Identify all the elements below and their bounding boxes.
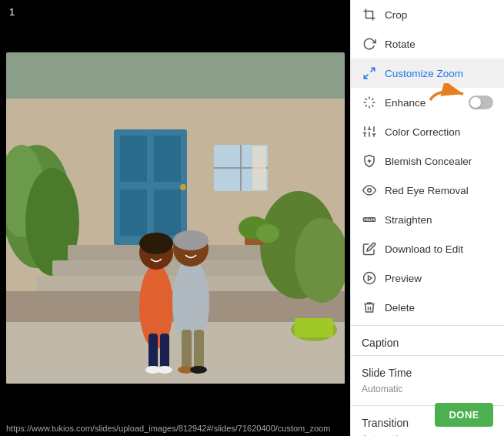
svg-rect-27 <box>160 334 169 368</box>
slide-time-value: Automatic <box>351 382 504 402</box>
blemish-label: Blemish Concealer <box>385 156 493 167</box>
menu-item-rotate[interactable]: Rotate <box>351 29 504 59</box>
divider-1 <box>351 325 504 326</box>
straighten-icon <box>362 212 377 227</box>
crop-icon <box>362 7 377 22</box>
svg-point-10 <box>180 184 186 190</box>
menu-item-customize-zoom[interactable]: Customize Zoom <box>351 59 504 88</box>
svg-point-22 <box>139 233 173 254</box>
svg-rect-7 <box>154 136 181 182</box>
enhance-label: Enhance <box>385 97 469 109</box>
svg-rect-8 <box>120 189 147 236</box>
svg-rect-19 <box>295 318 333 337</box>
rotate-icon <box>362 36 377 52</box>
svg-point-29 <box>157 366 172 374</box>
svg-rect-12 <box>52 260 299 276</box>
menu-item-straighten[interactable]: Straighten <box>351 205 504 234</box>
red-eye-label: Red Eye Removal <box>385 185 493 196</box>
section-slide-time[interactable]: Slide Time <box>351 359 504 382</box>
menu-item-download-edit[interactable]: Download to Edit <box>351 234 504 263</box>
menu-item-enhance[interactable]: Enhance <box>351 88 504 117</box>
svg-rect-37 <box>252 146 266 189</box>
enhance-toggle[interactable] <box>469 96 493 109</box>
crop-label: Crop <box>385 9 493 21</box>
menu-item-color-correction[interactable]: Color Correction <box>351 117 504 146</box>
eye-icon <box>362 183 377 198</box>
straighten-label: Straighten <box>385 214 493 226</box>
done-button[interactable]: DONE <box>435 403 493 427</box>
svg-point-40 <box>256 224 279 243</box>
enhance-icon <box>362 95 377 110</box>
menu-item-delete[interactable]: Delete <box>351 293 504 322</box>
menu-item-crop[interactable]: Crop <box>351 0 504 29</box>
svg-point-25 <box>173 230 209 250</box>
delete-icon <box>362 300 377 315</box>
blemish-icon <box>362 153 377 169</box>
menu-item-red-eye[interactable]: Red Eye Removal <box>351 176 504 205</box>
menu-item-preview[interactable]: Preview <box>351 263 504 293</box>
url-bar: https://www.tukios.com/slides/upload_ima… <box>0 421 350 436</box>
svg-rect-31 <box>194 330 204 368</box>
svg-rect-30 <box>182 330 192 368</box>
color-correction-icon <box>362 124 377 139</box>
svg-point-33 <box>190 366 207 374</box>
svg-rect-6 <box>120 136 147 182</box>
rotate-label: Rotate <box>385 39 493 50</box>
download-edit-label: Download to Edit <box>385 243 493 255</box>
slide-number: 1 <box>9 6 15 18</box>
svg-marker-59 <box>369 276 372 280</box>
svg-rect-9 <box>154 189 181 236</box>
color-correction-label: Color Correction <box>385 126 493 138</box>
divider-2 <box>351 355 504 356</box>
customize-zoom-label: Customize Zoom <box>385 68 493 79</box>
preview-label: Preview <box>385 273 493 284</box>
customize-zoom-icon <box>362 65 377 81</box>
transition-value: Automatic <box>351 432 504 436</box>
svg-point-52 <box>368 189 372 193</box>
download-edit-icon <box>362 241 377 257</box>
svg-rect-26 <box>149 334 158 368</box>
svg-point-58 <box>364 273 375 284</box>
preview-icon <box>362 270 377 286</box>
menu-item-blemish[interactable]: Blemish Concealer <box>351 146 504 176</box>
right-panel: Crop Rotate Customize Zoom Enhance <box>350 0 504 436</box>
section-caption[interactable]: Caption <box>351 329 504 352</box>
photo-area: 1 <box>0 0 350 436</box>
delete-label: Delete <box>385 302 493 314</box>
photo-image <box>6 52 345 384</box>
